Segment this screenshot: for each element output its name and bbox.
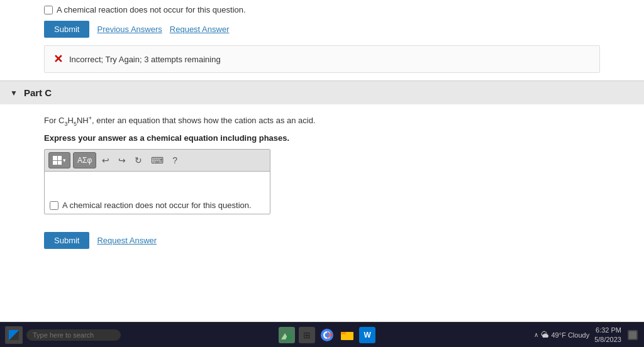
top-previous-answers-button[interactable]: Previous Answers bbox=[97, 25, 162, 34]
incorrect-icon: ✕ bbox=[53, 52, 63, 66]
start-button[interactable] bbox=[5, 326, 23, 344]
math-input-field[interactable] bbox=[45, 172, 270, 197]
windows-icon bbox=[9, 330, 19, 340]
math-toolbar: ▾ ΑΣφ ↩ ↪ ↻ ⌨ ? bbox=[45, 150, 270, 172]
feedback-box: ✕ Incorrect; Try Again; 3 attempts remai… bbox=[44, 45, 600, 73]
svg-point-4 bbox=[325, 333, 330, 337]
part-c-header: ▼ Part C bbox=[0, 80, 644, 104]
submit-button[interactable]: Submit bbox=[44, 232, 89, 249]
taskbar-app-icon[interactable]: W bbox=[359, 327, 375, 343]
top-no-reaction-checkbox[interactable] bbox=[44, 6, 53, 14]
taskbar-tray: ∧ 🌥 49°F Cloudy bbox=[534, 330, 590, 339]
taskbar-chrome-icon[interactable] bbox=[319, 327, 335, 343]
weather-icon: 🌥 bbox=[541, 330, 549, 339]
no-reaction-label: A chemical reaction does not occur for t… bbox=[62, 201, 252, 210]
taskbar-mountains-icon[interactable] bbox=[279, 327, 295, 343]
refresh-button[interactable]: ↻ bbox=[131, 152, 145, 168]
question-text: For C3H5NH+, enter an equation that show… bbox=[44, 114, 600, 128]
top-section: A chemical reaction does not occur for t… bbox=[0, 0, 644, 45]
grid-arrow: ▾ bbox=[63, 157, 66, 163]
clock-time: 6:32 PM bbox=[594, 326, 621, 334]
math-input-container: ▾ ΑΣφ ↩ ↪ ↻ ⌨ ? A chemical reaction does… bbox=[44, 149, 270, 214]
grid-icon bbox=[53, 156, 62, 165]
taskbar-app-icons: ⊞ W bbox=[279, 327, 375, 343]
undo-button[interactable]: ↩ bbox=[99, 152, 113, 168]
taskbar: ⊞ W ∧ 🌥 49°F Cloudy bbox=[0, 322, 644, 347]
feedback-text: Incorrect; Try Again; 3 attempts remaini… bbox=[69, 55, 221, 64]
weather-text: 49°F Cloudy bbox=[552, 331, 590, 339]
no-reaction-row: A chemical reaction does not occur for t… bbox=[45, 197, 270, 214]
svg-rect-6 bbox=[341, 332, 346, 334]
taskbar-folder-icon[interactable] bbox=[339, 327, 355, 343]
taskbar-search-input[interactable] bbox=[26, 329, 121, 341]
svg-marker-1 bbox=[286, 332, 292, 339]
part-c-content: For C3H5NH+, enter an equation that show… bbox=[0, 104, 644, 232]
tray-expand[interactable]: ∧ bbox=[534, 331, 538, 338]
taskbar-right: ∧ 🌥 49°F Cloudy 6:32 PM 5/8/2023 bbox=[534, 326, 639, 344]
top-submit-button[interactable]: Submit bbox=[44, 21, 89, 38]
taskbar-left bbox=[5, 326, 121, 344]
top-action-row: Submit Previous Answers Request Answer bbox=[44, 21, 600, 38]
top-no-reaction-label: A chemical reaction does not occur for t… bbox=[57, 5, 246, 14]
redo-button[interactable]: ↪ bbox=[115, 152, 129, 168]
request-answer-button[interactable]: Request Answer bbox=[97, 236, 157, 245]
clock-date: 5/8/2023 bbox=[594, 335, 621, 344]
no-reaction-checkbox[interactable] bbox=[50, 201, 58, 210]
top-request-answer-button[interactable]: Request Answer bbox=[170, 25, 230, 34]
svg-rect-8 bbox=[629, 331, 636, 339]
bottom-action-row: Submit Request Answer bbox=[0, 232, 644, 249]
help-button[interactable]: ? bbox=[169, 152, 180, 168]
keyboard-button[interactable]: ⌨ bbox=[148, 152, 167, 168]
part-c-label: Part C bbox=[24, 87, 52, 98]
top-checkbox-row: A chemical reaction does not occur for t… bbox=[44, 5, 600, 14]
greek-button[interactable]: ΑΣφ bbox=[73, 152, 96, 168]
main-content: A chemical reaction does not occur for t… bbox=[0, 0, 644, 322]
instruction-text: Express your answer as a chemical equati… bbox=[44, 133, 600, 143]
taskbar-clock: 6:32 PM 5/8/2023 bbox=[594, 326, 621, 344]
grid-button[interactable]: ▾ bbox=[48, 152, 70, 168]
part-c-arrow-icon: ▼ bbox=[10, 89, 18, 97]
taskbar-notification[interactable] bbox=[626, 329, 639, 341]
taskbar-file-explorer-icon[interactable]: ⊞ bbox=[299, 327, 315, 343]
